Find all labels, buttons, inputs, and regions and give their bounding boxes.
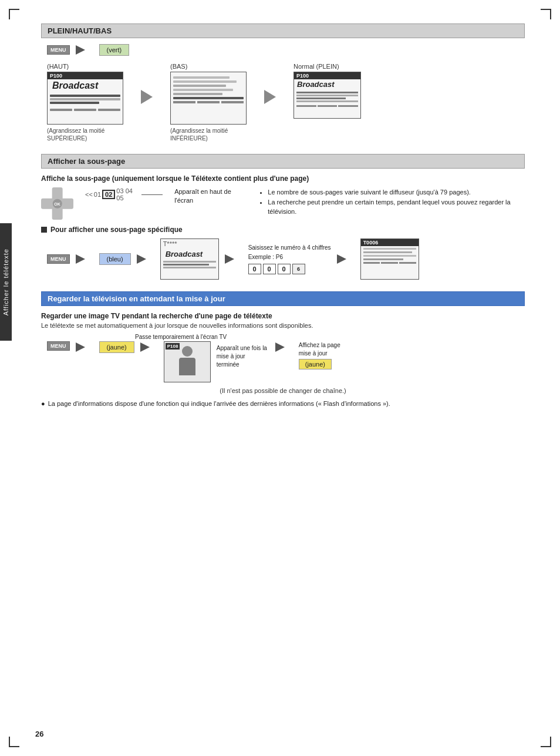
specific-middle: Saisissez le numéro à 4 chiffres Exemple…: [248, 244, 331, 274]
broadcast-normal: Broadcast: [294, 79, 360, 89]
plein-section: PLEIN/HAUT/BAS MENU (vert) (HAUT) P100 B…: [41, 23, 525, 142]
affichez-wrapper: Affichez la page mise à jour (jaune): [299, 341, 352, 368]
bullet-final: ● La page d'informations dispose d'une f…: [41, 400, 525, 407]
bas-screen: [170, 72, 247, 125]
regarder-row: MENU (jaune) P108 Apparaît une fois la m…: [47, 341, 525, 382]
regarder-sub-bold: Regarder une image TV pendant la recherc…: [41, 312, 525, 320]
bas-caption: (Agrandissez la moitié INFÉRIEURE): [170, 127, 247, 142]
black-square-icon: [41, 227, 47, 233]
menu-btn-regarder: MENU: [47, 341, 70, 351]
menu-btn-specific: MENU: [47, 254, 70, 264]
normal-screen-item: Normal (PLEIN) P100 Broadcast: [294, 63, 361, 119]
sous-page-specific: Pour afficher une sous-page spécifique M…: [41, 226, 525, 280]
bullet-item-1: Le nombre de sous-pages varie suivant le…: [268, 187, 525, 197]
sous-page-bold-title: Affiche la sous-page (uniquement lorsque…: [41, 174, 525, 183]
haut-label: (HAUT): [47, 63, 69, 70]
saisissez: Saisissez le numéro à 4 chiffres: [248, 244, 331, 251]
blue-button: (bleu): [99, 253, 131, 265]
person-head: [182, 346, 193, 357]
tv-person-screen: P108: [164, 341, 211, 382]
passe-text: Passe temporairement à l'écran TV: [135, 334, 525, 340]
t-screen-wrapper: T**** Broadcast: [160, 238, 219, 280]
exemple: Exemple : P6: [248, 254, 331, 260]
line2: [50, 98, 120, 100]
subpage-numbers: << 01 02 03 04 05: [85, 187, 163, 201]
arrow-specific-4: [337, 253, 355, 265]
broadcast-title-haut: Broadcast: [48, 79, 123, 92]
broadcast-t: Broadcast: [161, 248, 218, 260]
arrow-bas-normal: [264, 90, 276, 104]
bullet-final-text: La page d'informations dispose d'une fon…: [48, 400, 390, 407]
person-body: [179, 358, 195, 375]
haut-screen-item: (HAUT) P100 Broadcast: [47, 63, 123, 142]
affichez-text: Affichez la page mise à jour: [299, 341, 352, 358]
bottom-bar: [48, 107, 123, 112]
arrow-regarder-2: [140, 341, 158, 353]
subpage-row: OK << 01 02 03 04 05 Apparaît en haut de…: [41, 187, 525, 220]
line3: [50, 102, 99, 104]
specific-row: MENU (bleu) T**** Broadcast: [47, 238, 525, 280]
arrow-right-icon: [76, 44, 93, 56]
arrow-specific-2: [137, 253, 154, 265]
specific-title: Pour afficher une sous-page spécifique: [41, 226, 525, 234]
num-0-1: 0: [248, 264, 261, 274]
bas-lines: [171, 72, 246, 106]
menu-row-plein: MENU (vert): [47, 44, 525, 56]
page-number: 26: [35, 730, 43, 738]
line1: [50, 95, 120, 97]
arrow-specific-3: [225, 253, 242, 265]
num-0-3: 0: [278, 264, 291, 274]
yellow-btn-regarder: (jaune): [99, 341, 134, 353]
apparait-fois-text: Apparaît une fois la mise à jour terminé…: [217, 341, 269, 369]
regarder-sub-normal: Le télétexte se met automatiquement à jo…: [41, 322, 525, 329]
t0006-header: T0006: [361, 239, 419, 246]
tv-person-wrapper: P108: [164, 341, 211, 382]
normal-label: Normal (PLEIN): [294, 63, 339, 70]
bullet-item-2: La recherche peut prendre un certain tem…: [268, 197, 525, 217]
dpad: OK: [41, 187, 73, 220]
bas-label: (BAS): [170, 63, 187, 70]
arrow-regarder-3: [275, 341, 293, 353]
apparait-text: Apparaît en haut de l'écran: [174, 187, 247, 206]
bullet-list: Le nombre de sous-pages varie suivant le…: [259, 187, 525, 217]
num-0-2: 0: [263, 264, 276, 274]
menu-button: MENU: [47, 45, 70, 55]
arrow-regarder-1: [76, 341, 93, 353]
t-screen: T**** Broadcast: [160, 238, 219, 280]
t-screen-label: T****: [163, 240, 177, 247]
yellow-btn-final-wrapper: (jaune): [299, 360, 352, 368]
plein-header: PLEIN/HAUT/BAS: [41, 23, 525, 38]
t0006-screen: T0006: [360, 238, 419, 280]
p100-normal: P100: [294, 72, 360, 79]
green-button: (vert): [99, 44, 130, 56]
person-silhouette: [176, 346, 199, 378]
regarder-section: Regarder la télévision en attendant la m…: [41, 291, 525, 407]
regarder-header: Regarder la télévision en attendant la m…: [41, 291, 525, 306]
il-est-text: (Il n'est pas possible de changer de cha…: [41, 387, 525, 394]
num-boxes: 0 0 0 6: [248, 264, 331, 274]
p100-bar: P100: [48, 72, 123, 79]
screens-row: (HAUT) P100 Broadcast: [47, 63, 525, 142]
bullets-container: Le nombre de sous-pages varie suivant le…: [259, 187, 525, 217]
sous-page-header: Afficher la sous-page: [41, 154, 525, 169]
haut-caption: (Agrandissez la moitié SUPÉRIEURE): [47, 127, 123, 142]
yellow-btn-final: (jaune): [299, 359, 332, 369]
bas-screen-item: (BAS): [170, 63, 247, 142]
normal-screen: P100 Broadcast: [294, 72, 361, 119]
haut-screen: P100 Broadcast: [47, 72, 123, 125]
sous-page-section: Afficher la sous-page Affiche la sous-pa…: [41, 154, 525, 280]
num-6: 6: [292, 264, 305, 274]
arrow-haut-bas: [141, 90, 153, 104]
screen-lines-haut: [48, 92, 123, 106]
arrow-specific-1: [76, 253, 93, 265]
